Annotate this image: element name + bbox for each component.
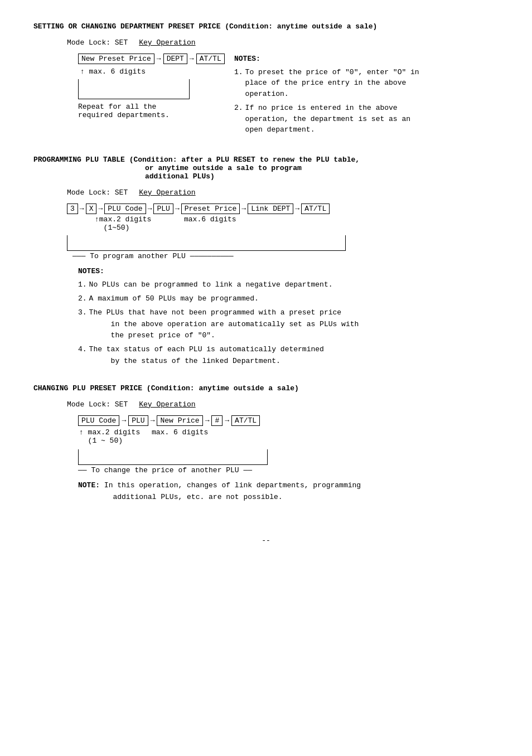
s2-preset-price-box: Preset Price [181, 203, 240, 214]
section2-flow-row: 3 → X → PLU Code → PLU → Preset Price → … [67, 203, 499, 214]
s2-note1-num: 1. [78, 279, 87, 291]
section1-notes-title: NOTES: [234, 54, 424, 65]
note2-text: If no price is entered in the above oper… [245, 103, 424, 135]
section-plu-table: PROGRAMMING PLU TABLE (Condition: after … [33, 156, 499, 367]
section2-loop-text: ——— To program another PLU —————————— [72, 252, 499, 260]
page-number: -- [33, 536, 499, 545]
note1-num: 1. [234, 67, 243, 100]
section2-diagram: 3 → X → PLU Code → PLU → Preset Price → … [67, 203, 499, 260]
section2-mode-lock: Mode Lock: SET [67, 188, 128, 197]
section1-key-operation: Key Operation [139, 38, 195, 47]
section1-content: New Preset Price → DEPT → AT/TL ↑ max. 6… [78, 54, 499, 139]
s2-note3-num: 3. [78, 307, 87, 342]
s2-3-box: 3 [67, 203, 78, 214]
note2-num: 2. [234, 103, 243, 135]
attl-box: AT/TL [196, 54, 225, 64]
section3-loop-box [78, 449, 268, 465]
section2-title-line3: additional PLUs) [145, 172, 215, 181]
s3-sub2: max. 6 digits [152, 428, 230, 445]
dept-box: DEPT [163, 54, 187, 64]
section3-loop-text: —— To change the price of another PLU —— [78, 466, 499, 474]
section1-mode-lock: Mode Lock: SET [67, 38, 128, 47]
section1-repeat-text: Repeat for all therequired departments. [78, 103, 234, 119]
section2-notes-title: NOTES: [78, 266, 499, 278]
s2-attl-box: AT/TL [301, 203, 330, 214]
arrow2: → [190, 55, 194, 63]
section3-loop-container: —— To change the price of another PLU —— [78, 449, 499, 474]
section1-mode-lock-row: Mode Lock: SET Key Operation [67, 38, 499, 47]
section1-left: New Preset Price → DEPT → AT/TL ↑ max. 6… [78, 54, 234, 119]
section2-loop-container: ——— To program another PLU —————————— [67, 235, 499, 260]
section1-notes: NOTES: 1. To preset the price of "0", en… [234, 54, 424, 139]
s3-sub1: ↑ max.2 digits (1 ~ 50) [79, 428, 152, 445]
section3-note-text: In this operation, changes of link depar… [78, 481, 361, 501]
section3-key-operation: Key Operation [139, 400, 195, 409]
s2-x-box: X [86, 203, 97, 214]
section2-note4: 4. The tax status of each PLU is automat… [78, 344, 499, 367]
section2-note3: 3. The PLUs that have not been programme… [78, 307, 499, 342]
s2-note2-text: A maximum of 50 PLUs may be programmed. [89, 293, 259, 305]
s2-sub2: max.6 digits [184, 215, 251, 232]
s3-plu-code-box: PLU Code [78, 415, 119, 426]
section-changing-plu: CHANGING PLU PRESET PRICE (Condition: an… [33, 384, 499, 503]
section3-note-block: NOTE: In this operation, changes of link… [78, 480, 499, 503]
section2-sub-notes: ↑max.2 digits (1~50) max.6 digits [95, 215, 499, 232]
section-dept-preset: SETTING OR CHANGING DEPARTMENT PRESET PR… [33, 22, 499, 139]
arrow1: → [157, 55, 161, 63]
s2-note4-text: The tax status of each PLU is automatica… [89, 344, 324, 367]
s2-plu-box: PLU [153, 203, 173, 214]
section2-loop-box [67, 235, 346, 251]
section3-note-title: NOTE: [78, 481, 100, 490]
section2-key-operation: Key Operation [139, 188, 195, 197]
section1-loop-box [78, 79, 190, 99]
section2-notes-block: NOTES: 1. No PLUs can be programmed to l… [78, 266, 499, 367]
section3-mode-lock: Mode Lock: SET [67, 400, 128, 409]
section3-sub-notes: ↑ max.2 digits (1 ~ 50) max. 6 digits [79, 428, 499, 445]
s3-new-price-box: New Price [157, 415, 202, 426]
section3-mode-lock-row: Mode Lock: SET Key Operation [67, 400, 499, 409]
section2-title-line2: or anytime outside a sale to program [145, 164, 302, 172]
section1-loop-wrapper: Repeat for all therequired departments. [78, 79, 234, 119]
s2-plu-code-box: PLU Code [104, 203, 146, 214]
s2-note1-text: No PLUs can be programmed to link a nega… [89, 279, 333, 291]
s2-sub1: ↑max.2 digits (1~50) [95, 215, 184, 232]
new-preset-price-box: New Preset Price [78, 54, 154, 64]
s2-note4-num: 4. [78, 344, 87, 367]
section2-note2: 2. A maximum of 50 PLUs may be programme… [78, 293, 499, 305]
s2-link-dept-box: Link DEPT [248, 203, 293, 214]
note1-text: To preset the price of "0", enter "O" in… [245, 67, 424, 100]
section2-title-line1: PROGRAMMING PLU TABLE (Condition: after … [33, 156, 360, 164]
s3-plu-box: PLU [128, 415, 148, 426]
section1-title: SETTING OR CHANGING DEPARTMENT PRESET PR… [33, 22, 499, 31]
section2-note1: 1. No PLUs can be programmed to link a n… [78, 279, 499, 291]
section3-flow-row: PLU Code → PLU → New Price → # → AT/TL [78, 415, 499, 426]
section2-mode-lock-row: Mode Lock: SET Key Operation [67, 188, 499, 197]
s3-hash-box: # [211, 415, 223, 426]
section1-note2: 2. If no price is entered in the above o… [234, 103, 424, 135]
section1-flow-row: New Preset Price → DEPT → AT/TL [78, 54, 234, 64]
section3-diagram: PLU Code → PLU → New Price → # → AT/TL ↑… [78, 415, 499, 474]
s2-note3-text: The PLUs that have not been programmed w… [89, 307, 359, 342]
section2-title: PROGRAMMING PLU TABLE (Condition: after … [33, 156, 499, 181]
section1-note1: 1. To preset the price of "0", enter "O"… [234, 67, 424, 100]
s3-attl-box: AT/TL [231, 415, 260, 426]
section3-title: CHANGING PLU PRESET PRICE (Condition: an… [33, 384, 499, 392]
section1-digits-note: ↑ max. 6 digits [80, 67, 234, 76]
s2-note2-num: 2. [78, 293, 87, 305]
